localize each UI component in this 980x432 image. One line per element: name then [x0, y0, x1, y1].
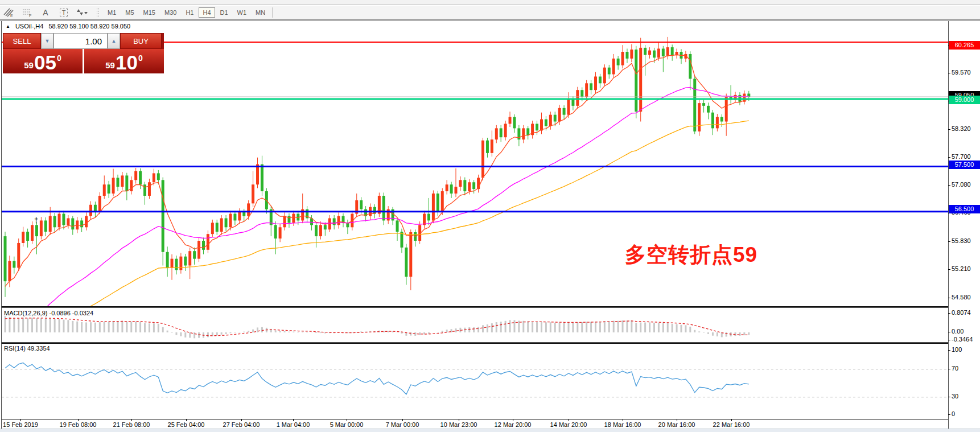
panel-separator[interactable] [1, 307, 948, 308]
fibonacci-icon[interactable]: F [20, 6, 35, 19]
chart-ohlc-header: ▲ USOil-,H4 58.920 59.100 58.920 59.050 [6, 23, 130, 30]
rsi-tick-label: 30 [952, 393, 958, 400]
time-tick-label: 15 Feb 2019 [3, 421, 38, 428]
text-label-icon[interactable]: A [38, 6, 53, 19]
timeframe-h1[interactable]: H1 [182, 7, 197, 18]
time-tick-label: 7 Mar 00:00 [386, 421, 419, 428]
toolbar-separator [272, 7, 273, 18]
symbol-timeframe: USOil-,H4 [15, 23, 44, 30]
chart-annotation-text: 多空转折点59 [625, 241, 757, 269]
upper-toolbar-strip [0, 0, 980, 5]
price-tick-label: 57.700 [952, 153, 971, 160]
status-strip [0, 429, 980, 432]
price-tick [948, 185, 950, 186]
price-badge: 57.500 [949, 161, 980, 169]
macd-indicator-label: MACD(12,26,9) -0.0896 -0.0324 [4, 310, 93, 316]
sell-button[interactable]: SELL [3, 33, 41, 49]
one-click-trade-panel: SELL ▼ 1.00 ▲ BUY 59 05 0 59 10 0 [3, 33, 164, 73]
timeframe-m30[interactable]: M30 [160, 7, 180, 18]
timeframe-mn[interactable]: MN [252, 7, 269, 18]
price-tick [948, 73, 950, 73]
rsi-tick [948, 397, 950, 397]
sell-price-small: 59 [24, 60, 34, 70]
trading-terminal: E F A T M1M5M15M30H1H4D1W1MN [0, 0, 980, 432]
macd-tick-label: 0.8074 [952, 309, 971, 316]
time-tick-label: 27 Feb 04:00 [223, 421, 260, 428]
rsi-tick-label: 100 [952, 346, 962, 353]
timeframe-h4[interactable]: H4 [199, 7, 215, 18]
buy-price-small: 59 [105, 60, 115, 70]
buy-price-sup: 0 [138, 54, 143, 63]
price-tick [948, 269, 950, 270]
price-tick [948, 241, 950, 242]
rsi-tick [948, 414, 950, 415]
volume-input[interactable]: 1.00 [53, 33, 108, 49]
volume-up-button[interactable]: ▲ [108, 33, 120, 49]
chart-window[interactable]: ▲ USOil-,H4 58.920 59.100 58.920 59.050 … [0, 20, 980, 429]
timeframe-group: M1M5M15M30H1H4D1W1MN [103, 7, 270, 18]
price-tick-label: 58.320 [952, 125, 971, 132]
price-tick-label: 55.830 [952, 237, 971, 244]
macd-tick-label: -0.3464 [952, 336, 973, 343]
buy-price-display[interactable]: 59 10 0 [84, 49, 164, 73]
rsi-panel[interactable] [2, 344, 948, 418]
rsi-tick [948, 369, 950, 369]
macd-panel[interactable] [2, 308, 948, 343]
arrows-icon[interactable] [75, 6, 89, 19]
time-tick-label: 25 Feb 04:00 [168, 421, 205, 428]
sell-price-display[interactable]: 59 05 0 [3, 49, 83, 73]
macd-tick [948, 340, 950, 340]
sell-price-sup: 0 [57, 54, 61, 63]
volume-down-button[interactable]: ▼ [41, 33, 53, 49]
price-badge: 56.500 [949, 205, 980, 213]
macd-tick [948, 332, 950, 332]
price-tick-label: 55.210 [952, 265, 971, 272]
toolbar-drag-handle[interactable] [97, 8, 100, 17]
axis-divider [948, 21, 949, 429]
time-tick-label: 14 Mar 20:00 [550, 421, 587, 428]
price-tick-label: 54.580 [952, 294, 971, 301]
time-tick-label: 21 Feb 08:00 [113, 421, 150, 428]
svg-text:E: E [10, 14, 13, 18]
text-box-icon[interactable]: T [56, 6, 71, 19]
panel-separator[interactable] [1, 343, 948, 344]
sell-price-big: 05 [34, 54, 56, 72]
chart-toolbar: E F A T M1M5M15M30H1H4D1W1MN [0, 6, 980, 20]
collapse-arrow-icon[interactable]: ▲ [6, 24, 10, 29]
price-tick [948, 298, 950, 298]
equidistant-channel-icon[interactable]: E [2, 6, 17, 19]
panel-separator[interactable] [1, 306, 948, 307]
buy-price-big: 10 [116, 54, 138, 72]
buy-button[interactable]: BUY [120, 33, 162, 49]
price-badge: 59.000 [949, 96, 980, 104]
timeframe-m5[interactable]: M5 [121, 7, 138, 18]
time-tick-label: 1 Mar 04:00 [277, 421, 310, 428]
svg-text:F: F [29, 14, 31, 18]
price-tick [948, 157, 950, 158]
time-tick-label: 12 Mar 20:00 [495, 421, 532, 428]
window-left-border [1, 21, 2, 429]
time-tick-label: 22 Mar 16:00 [713, 421, 750, 428]
price-tick-label: 57.080 [952, 181, 971, 188]
time-tick-label: 19 Feb 08:00 [60, 421, 97, 428]
cross-marker: † [34, 216, 38, 224]
price-tick [948, 129, 950, 130]
rsi-tick-label: 0 [952, 410, 955, 417]
time-tick-label: 18 Mar 16:00 [604, 421, 641, 428]
macd-tick [948, 313, 950, 314]
macd-tick-label: 0.00 [952, 328, 963, 335]
time-axis[interactable]: 15 Feb 201919 Feb 08:0021 Feb 08:0025 Fe… [0, 419, 980, 429]
time-tick-label: 5 Mar 00:00 [330, 421, 364, 428]
timeframe-m1[interactable]: M1 [104, 7, 120, 18]
panel-separator[interactable] [1, 342, 948, 343]
timeframe-m15[interactable]: M15 [139, 7, 159, 18]
ohlc-values: 58.920 59.100 58.920 59.050 [48, 23, 130, 30]
time-tick-label: 10 Mar 23:00 [440, 421, 477, 428]
rsi-tick [948, 350, 950, 351]
rsi-indicator-label: RSI(14) 49.3354 [4, 345, 50, 352]
price-badge: 60.265 [949, 41, 980, 50]
time-tick-label: 20 Mar 16:00 [658, 421, 695, 428]
rsi-tick-label: 70 [952, 365, 958, 372]
timeframe-d1[interactable]: D1 [216, 7, 232, 18]
timeframe-w1[interactable]: W1 [233, 7, 251, 18]
